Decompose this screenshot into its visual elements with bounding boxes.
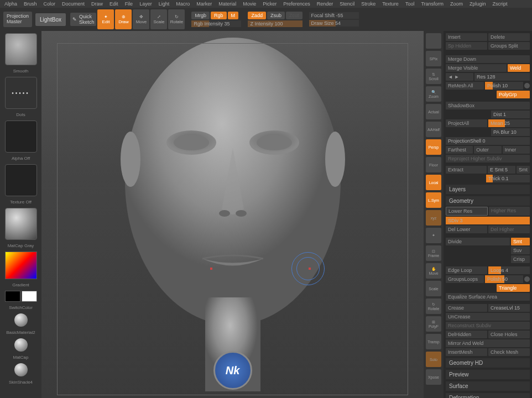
material-ball-1[interactable]: [14, 313, 28, 327]
menu-item[interactable]: Movie: [243, 1, 256, 7]
draw-size-slider[interactable]: Draw Size 54: [309, 20, 359, 27]
rotate-tool[interactable]: ↻Rotate: [168, 9, 185, 29]
spix-button[interactable]: SPix: [426, 51, 441, 66]
menu-item[interactable]: Material: [218, 1, 236, 7]
del-lower-button[interactable]: Del Lower: [446, 226, 487, 233]
color-picker[interactable]: [5, 252, 37, 279]
menu-item[interactable]: Document: [62, 1, 85, 7]
lightbox-button[interactable]: LightBox: [35, 13, 66, 26]
smt-toggle[interactable]: Smt: [517, 166, 530, 174]
mean-slider[interactable]: Mean 25: [488, 119, 530, 127]
pa-blur-slider[interactable]: PA Blur 10: [491, 128, 530, 136]
menu-item[interactable]: Marker: [196, 1, 212, 7]
alpha-thumbnail[interactable]: [5, 121, 37, 153]
viewport[interactable]: Nk: [41, 31, 424, 398]
texture-thumbnail[interactable]: [5, 164, 37, 196]
menu-item[interactable]: Layer: [139, 1, 152, 7]
menu-item[interactable]: Draw: [91, 1, 103, 7]
menu-item[interactable]: Stencil: [340, 1, 354, 7]
equalize-button[interactable]: Equalize Surface Area: [446, 293, 530, 301]
triangle-button[interactable]: Triangle: [497, 284, 530, 292]
material-ball-3[interactable]: [14, 363, 28, 376]
mrgb-button[interactable]: Mrgb: [191, 12, 210, 19]
smt-button[interactable]: Smt: [511, 238, 530, 245]
crisp-button[interactable]: Crisp: [511, 255, 530, 263]
z-intensity-slider[interactable]: Z Intensity 100: [248, 20, 302, 27]
quick-sketch-button[interactable]: ✎ Quick Sketch: [70, 13, 97, 26]
delete-button[interactable]: Delete: [488, 33, 530, 41]
zadd-button[interactable]: Zadd: [248, 12, 266, 19]
reconstruct-button[interactable]: Reconstruct Subdiv: [446, 322, 530, 329]
color-swatch-secondary[interactable]: [22, 291, 37, 302]
uncrease-button[interactable]: UnCrease: [446, 313, 530, 321]
crease-button[interactable]: Crease: [446, 304, 487, 312]
zcut-button[interactable]: Zcut: [286, 12, 302, 19]
merge-down-button[interactable]: Merge Down: [446, 55, 530, 63]
menu-item[interactable]: Picker: [263, 1, 277, 7]
geometry-header[interactable]: Geometry: [446, 196, 530, 206]
menu-item[interactable]: Zscript: [493, 1, 508, 7]
insert-mesh-button[interactable]: InsertMesh: [446, 348, 487, 356]
res-slider[interactable]: Res 128: [474, 73, 530, 81]
surface-header[interactable]: Surface: [446, 381, 530, 391]
del-hidden-button[interactable]: DelHidden: [446, 331, 487, 338]
draw-tool[interactable]: ⊕Draw: [115, 9, 132, 29]
menu-item[interactable]: Stroke: [361, 1, 375, 7]
transp-button[interactable]: Transp: [426, 334, 441, 349]
m-button[interactable]: M: [228, 12, 239, 19]
menu-item[interactable]: Zoom: [450, 1, 463, 7]
rgb-intensity-slider[interactable]: Rgb Intensity 35: [191, 20, 241, 27]
menu-item[interactable]: Tool: [405, 1, 415, 7]
floor-button[interactable]: Floor: [426, 157, 441, 172]
thick-slider[interactable]: Thick 0.1: [486, 175, 530, 182]
split-hidden-button[interactable]: Sp Hidden: [446, 42, 487, 50]
polish2-slider[interactable]: Polish 50: [485, 275, 523, 283]
local-button[interactable]: Local: [426, 175, 441, 190]
focal-shift-slider[interactable]: Focal Shift -55: [309, 12, 359, 19]
crease-lvl-slider[interactable]: CreaseLvl 15: [488, 304, 530, 312]
projection-master-button[interactable]: Projection Master: [3, 12, 32, 27]
menu-item[interactable]: Light: [159, 1, 170, 7]
menu-item[interactable]: Alpha: [4, 1, 17, 7]
switch-color-button[interactable]: SwitchColor: [9, 305, 33, 310]
insert-button[interactable]: Insert: [446, 33, 487, 41]
extract-button[interactable]: Extract: [446, 166, 487, 174]
move-view-button[interactable]: ✋Move: [426, 263, 441, 279]
sdiv-slider[interactable]: SDiv 3: [446, 217, 530, 224]
edit-tool[interactable]: ✦Edit: [97, 9, 114, 29]
weld-button[interactable]: Weld: [508, 64, 530, 72]
shadowbox-button[interactable]: ShadowBox: [446, 102, 530, 109]
divide-button[interactable]: Divide: [446, 238, 510, 245]
menu-item[interactable]: Texture: [382, 1, 399, 7]
edge-loop-button[interactable]: Edge Loop: [446, 266, 487, 274]
groups-split-button[interactable]: Groups Split: [488, 42, 530, 50]
farthest-button[interactable]: Farthest: [446, 146, 473, 154]
preview-header[interactable]: Preview: [446, 370, 530, 379]
layers-header[interactable]: Layers: [446, 185, 530, 194]
esmt-slider[interactable]: E Smt 5: [488, 166, 515, 174]
move-tool[interactable]: ✥Move: [133, 9, 149, 29]
brush-thumbnail[interactable]: [5, 33, 37, 65]
persp-button[interactable]: Persp: [426, 139, 441, 155]
check-mesh-button[interactable]: Check Mesh: [488, 348, 530, 356]
deformation-header[interactable]: Deformation: [446, 393, 530, 398]
lower-res-button[interactable]: Lower Res: [446, 207, 488, 216]
reproject-button[interactable]: Reproject Higher Subdiv: [446, 155, 530, 163]
menu-item[interactable]: Render: [317, 1, 333, 7]
gradient-label[interactable]: Gradient: [12, 282, 29, 287]
lsym-button[interactable]: L.Sym: [426, 192, 441, 208]
geometry-hd-header[interactable]: Geometry HD: [446, 358, 530, 368]
projection-shell-slider[interactable]: ProjectionShell 0: [446, 137, 530, 145]
close-holes-button[interactable]: Close Holes: [488, 331, 530, 338]
groups-loops-button[interactable]: GroupsLoops: [446, 275, 484, 283]
polyf-button[interactable]: ⊞PolyF: [426, 316, 441, 332]
xpose-button[interactable]: Xpose: [426, 369, 441, 385]
rgb-button[interactable]: Rgb: [211, 12, 227, 19]
actual-button[interactable]: Actual: [426, 104, 441, 119]
zsub-button[interactable]: Zsub: [267, 12, 285, 19]
polish2-toggle[interactable]: [524, 276, 530, 282]
aahalf-button[interactable]: AAHalf: [426, 122, 441, 137]
blank-button[interactable]: [426, 33, 441, 49]
remesh-all-button[interactable]: ReMesh All: [446, 82, 484, 90]
menu-item[interactable]: Brush: [24, 1, 37, 7]
